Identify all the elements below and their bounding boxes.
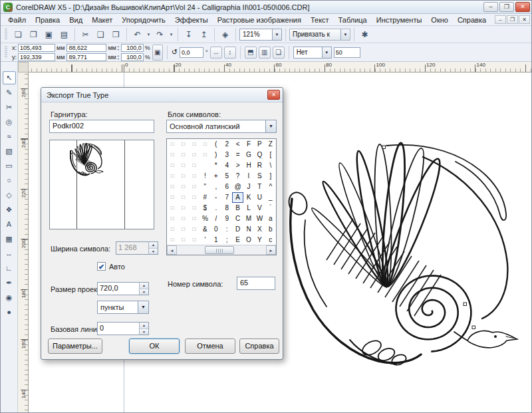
grid-cell[interactable]: / [211, 213, 221, 224]
curve-node-marker[interactable] [382, 146, 386, 149]
chevron-down-icon[interactable]: ▼ [272, 29, 281, 40]
grid-cell[interactable]: $ [200, 203, 210, 213]
menu-item-правка[interactable]: Правка [31, 15, 65, 25]
propbar-drag-handle[interactable] [5, 47, 7, 59]
export-icon[interactable]: ↥ [197, 28, 211, 41]
grid-cell[interactable]: □ [189, 182, 200, 192]
ruler-origin-corner[interactable] [18, 62, 29, 72]
help-button[interactable]: Справка [239, 339, 279, 354]
grid-cell[interactable]: ] [265, 171, 276, 182]
grid-cell-selected[interactable]: A [232, 192, 243, 203]
polygon-tool[interactable]: ◇ [3, 188, 16, 202]
grid-cell[interactable]: □ [189, 224, 200, 235]
grid-cell[interactable]: ^ [265, 182, 276, 192]
x-position-field[interactable]: 105,493 [18, 44, 55, 52]
horizontal-ruler[interactable]: 020406080100120140 [29, 62, 532, 72]
menu-item-эффекты[interactable]: Эффекты [170, 15, 213, 25]
toolbar-drag-handle[interactable] [5, 29, 7, 41]
grid-cell[interactable]: U [254, 192, 265, 203]
open-icon[interactable]: ❐ [27, 28, 41, 41]
grid-cell[interactable]: ; [221, 235, 232, 245]
grid-cell[interactable]: 4 [221, 160, 232, 171]
grid-cell[interactable]: & [200, 224, 210, 235]
grid-cell[interactable]: □ [189, 203, 200, 213]
grid-cell[interactable]: 0 [211, 224, 221, 235]
outline-pen-tool[interactable]: ◉ [3, 291, 16, 304]
paste-icon[interactable]: ❒ [109, 28, 123, 41]
grid-cell[interactable]: 1 [211, 235, 221, 245]
grid-cell[interactable] [200, 160, 210, 171]
grid-cell[interactable]: H [243, 160, 254, 171]
grid-cell[interactable]: □ [200, 150, 210, 160]
undo-icon[interactable]: ↶ [130, 28, 144, 41]
grid-cell[interactable]: □ [167, 139, 178, 150]
grid-cell[interactable]: # [200, 192, 210, 203]
text-tool[interactable]: A [3, 217, 16, 231]
grid-cell[interactable]: T [254, 182, 265, 192]
print-icon[interactable]: ▤ [57, 28, 71, 41]
grid-cell[interactable]: □ [167, 160, 178, 171]
connector-tool[interactable]: ∟ [3, 261, 16, 275]
spin-arrows-icon[interactable]: ▲▼ [139, 323, 148, 335]
grid-cell[interactable]: N [243, 224, 254, 235]
project-size-spinner[interactable]: 720,0 ▲▼ [97, 282, 149, 295]
grid-cell[interactable]: > [232, 160, 243, 171]
grid-cell[interactable]: 5 [221, 171, 232, 182]
grid-cell[interactable]: □ [178, 213, 188, 224]
grid-cell[interactable]: G [243, 150, 254, 160]
grid-cell[interactable]: □ [167, 213, 178, 224]
grid-cell[interactable]: □ [178, 160, 188, 171]
grid-cell[interactable]: < [232, 139, 243, 150]
grid-cell[interactable]: a [265, 213, 276, 224]
zoom-tool[interactable]: ◎ [3, 115, 16, 128]
scale-x-field[interactable]: 100,0 [121, 44, 144, 52]
grid-cell[interactable]: Z [265, 139, 276, 150]
app-launcher-icon[interactable]: ◈ [218, 28, 232, 41]
symbol-block-dropdown[interactable]: Основной латинский ▼ [166, 120, 277, 133]
grid-cell[interactable]: ' [200, 235, 210, 245]
menu-item-растровые изображения[interactable]: Растровые изображения [213, 15, 306, 25]
curve-node-marker[interactable] [472, 326, 475, 329]
grid-cell[interactable]: @ [232, 182, 243, 192]
zoom-level-combo[interactable]: 121% ▼ [239, 29, 282, 41]
grid-cell[interactable]: R [254, 160, 265, 171]
grid-cell[interactable]: V [254, 203, 265, 213]
rotation-angle-field[interactable]: 0,0 [180, 47, 203, 58]
grid-cell[interactable]: ? [232, 171, 243, 182]
options-icon[interactable]: ✱ [358, 28, 372, 41]
grid-cell[interactable]: □ [178, 224, 188, 235]
grid-cell[interactable]: K [243, 192, 254, 203]
grid-cell[interactable]: : [221, 224, 232, 235]
grid-cell[interactable]: 7 [221, 192, 232, 203]
grid-cell[interactable]: □ [189, 213, 200, 224]
y-position-field[interactable]: 192,339 [18, 53, 55, 61]
grid-cell[interactable]: \ [265, 160, 276, 171]
auto-checkbox[interactable]: ✔ Авто [97, 262, 125, 271]
object-width-field[interactable]: 88,622 [66, 44, 106, 52]
menu-item-окно[interactable]: Окно [426, 15, 453, 25]
close-button[interactable]: ✕ [515, 2, 530, 12]
grid-cell[interactable]: L [243, 203, 254, 213]
spin-arrows-icon[interactable]: ▲▼ [139, 283, 148, 295]
grid-cell[interactable]: F [243, 139, 254, 150]
outline-width-combo[interactable]: Нет ▼ [293, 47, 332, 59]
smart-fill-tool[interactable]: ▧ [3, 144, 16, 158]
dialog-close-icon[interactable]: ✕ [267, 90, 280, 100]
object-height-field[interactable]: 89,771 [66, 53, 106, 61]
symbol-number-input[interactable]: 65 [237, 277, 275, 290]
grid-cell[interactable]: , [211, 182, 221, 192]
grid-cell[interactable]: M [243, 213, 254, 224]
grid-cell[interactable]: Q [254, 150, 265, 160]
chevron-down-icon[interactable]: ▼ [322, 47, 331, 58]
grid-cell[interactable]: □ [178, 192, 188, 203]
redo-icon[interactable]: ↷ [153, 28, 167, 41]
calligraphic-bird-artwork[interactable] [287, 140, 526, 380]
grid-cell[interactable]: S [254, 171, 265, 182]
grid-cell[interactable]: % [200, 213, 210, 224]
cancel-button[interactable]: Отмена [185, 339, 235, 354]
curve-node-marker[interactable] [464, 303, 467, 306]
grid-cell[interactable]: 2 [221, 139, 232, 150]
grid-cell[interactable]: 9 [221, 213, 232, 224]
edge-cropped-field[interactable]: 50 [334, 47, 360, 58]
minimize-button[interactable]: – [483, 2, 498, 12]
